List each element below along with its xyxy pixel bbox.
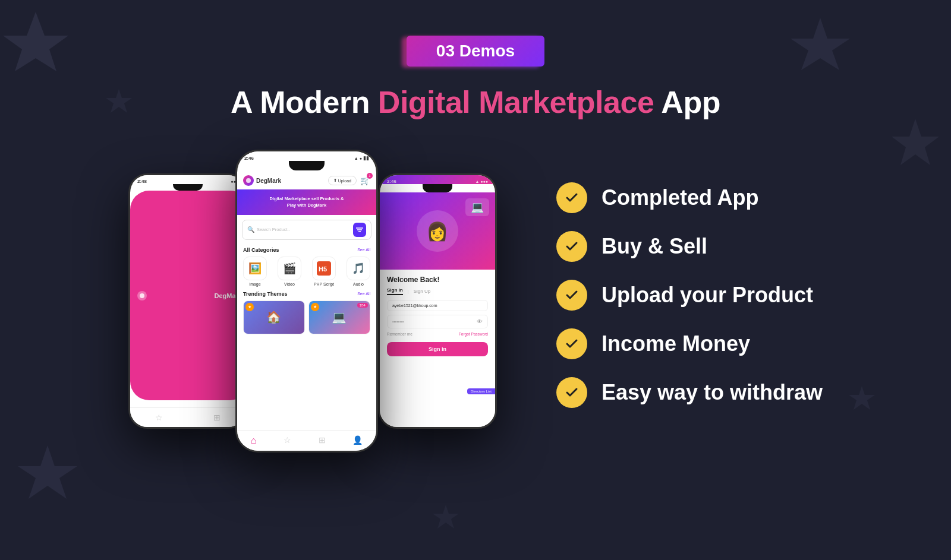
categories-title: All Categories bbox=[243, 247, 279, 253]
svg-text:H5: H5 bbox=[319, 265, 327, 273]
center-brand-name: DegMark bbox=[256, 178, 281, 184]
right-login-form: Welcome Back! Sign In | Sign Up ayebe152… bbox=[380, 270, 495, 427]
right-status-icons: ▲ ●●● bbox=[475, 179, 488, 183]
remember-me[interactable]: Remember me bbox=[387, 332, 412, 336]
product-card-1-star: ★ bbox=[245, 303, 254, 311]
right-illustration: 💻 👩 bbox=[380, 192, 495, 270]
product-card-1[interactable]: 🏠 ★ bbox=[243, 300, 305, 334]
cat-image[interactable]: 🖼️ Image bbox=[243, 257, 267, 286]
check-easy-withdraw bbox=[556, 377, 587, 408]
feature-completed-app-label: Completed App bbox=[602, 185, 759, 210]
center-nav-grid[interactable]: ⊞ bbox=[319, 435, 326, 446]
feature-buy-sell-label: Buy & Sell bbox=[602, 234, 707, 259]
left-notch bbox=[173, 184, 203, 191]
cat-video-label: Video bbox=[284, 282, 295, 286]
trending-see-all[interactable]: See All bbox=[357, 292, 370, 296]
right-status-time: 2:46 bbox=[387, 179, 396, 184]
cart-badge: 1 bbox=[367, 173, 373, 179]
center-status-icons: ▲●▮▮ bbox=[354, 155, 369, 161]
categories-see-all[interactable]: See All bbox=[357, 248, 370, 252]
search-bar[interactable]: 🔍 Search Product.. bbox=[242, 220, 371, 240]
right-laptop-box: 💻 bbox=[465, 198, 489, 216]
forgot-password[interactable]: Forgot Password bbox=[459, 332, 488, 336]
check-income-money bbox=[556, 328, 587, 359]
check-completed-app bbox=[556, 182, 587, 213]
right-person-icon: 👩 bbox=[426, 221, 448, 242]
cat-audio-label: Audio bbox=[353, 282, 364, 286]
feature-income-money-label: Income Money bbox=[602, 331, 750, 356]
cat-image-label: Image bbox=[249, 282, 260, 286]
search-placeholder-text: Search Product.. bbox=[257, 227, 351, 232]
cat-image-icon: 🖼️ bbox=[243, 257, 267, 280]
cart-icon-wrapper[interactable]: 🛒 1 bbox=[360, 175, 370, 186]
trending-header: Trending Themes See All bbox=[243, 291, 370, 297]
right-notch bbox=[423, 184, 452, 192]
product-card-2[interactable]: 💻 $54 ★ bbox=[308, 300, 370, 334]
upload-button[interactable]: ⬆Upload bbox=[328, 176, 357, 185]
sign-in-button[interactable]: Sign In bbox=[387, 342, 488, 356]
cat-video[interactable]: 🎬 Video bbox=[278, 257, 301, 286]
header: 03 Demos A Modern Digital Marketplace Ap… bbox=[0, 0, 951, 120]
check-buy-sell bbox=[556, 231, 587, 262]
trending-title: Trending Themes bbox=[243, 291, 288, 297]
center-nav-user[interactable]: 👤 bbox=[352, 435, 363, 446]
cat-audio[interactable]: 🎵 Audio bbox=[347, 257, 370, 286]
phone-right: 2:46 ▲ ●●● 💻 👩 Welcome Back! bbox=[378, 173, 497, 429]
right-laptop-icon: 💻 bbox=[471, 201, 484, 214]
password-field[interactable]: •••••••• 👁 bbox=[387, 315, 488, 328]
cat-php[interactable]: H5 PHP Script bbox=[312, 257, 336, 286]
cat-video-icon: 🎬 bbox=[278, 257, 301, 280]
trending-section: Trending Themes See All 🏠 ★ 💻 $54 ★ bbox=[237, 289, 376, 337]
center-status-time: 2:46 bbox=[244, 156, 254, 161]
center-nav-home[interactable]: ⌂ bbox=[251, 435, 257, 446]
cat-php-label: PHP Script bbox=[314, 282, 334, 286]
svg-point-7 bbox=[140, 293, 144, 298]
tab-signin[interactable]: Sign In bbox=[387, 287, 403, 295]
headline-accent: Digital Marketplace bbox=[378, 85, 654, 119]
center-brand: DegMark bbox=[243, 175, 281, 186]
phone-center: 2:46 ▲●▮▮ DegMark bbox=[235, 150, 378, 453]
svg-marker-6 bbox=[433, 505, 459, 529]
left-brand-icon bbox=[137, 291, 147, 300]
email-field[interactable]: ayebe1521@kkoup.com bbox=[387, 300, 488, 311]
center-nav-star[interactable]: ☆ bbox=[284, 435, 291, 446]
demos-badge: 03 Demos bbox=[407, 36, 544, 67]
center-banner: Digital Marketplace sell Products &Play … bbox=[237, 189, 376, 215]
left-nav-star[interactable]: ☆ bbox=[155, 413, 163, 422]
password-toggle-icon[interactable]: 👁 bbox=[477, 318, 483, 325]
phone-left: 2:48 ●●● DegMark All Category Wishlist C… bbox=[128, 173, 247, 429]
demos-badge-text: 03 Demos bbox=[436, 42, 515, 60]
password-dots: •••••••• bbox=[392, 319, 404, 324]
left-menu: All Category Wishlist Change Password Te… bbox=[130, 400, 245, 407]
main-content: 2:48 ●●● DegMark All Category Wishlist C… bbox=[0, 120, 951, 453]
feature-easy-withdraw: Easy way to withdraw bbox=[556, 377, 823, 408]
svg-marker-3 bbox=[18, 445, 77, 499]
svg-point-8 bbox=[246, 178, 251, 183]
welcome-title: Welcome Back! bbox=[387, 276, 488, 284]
center-bottom-nav: ⌂ ☆ ⊞ 👤 bbox=[237, 430, 376, 451]
product-card-2-star: ★ bbox=[311, 303, 319, 311]
feature-completed-app: Completed App bbox=[556, 182, 823, 213]
left-nav-grid[interactable]: ⊞ bbox=[213, 413, 221, 422]
right-person-circle: 👩 bbox=[417, 210, 458, 252]
cat-php-icon: H5 bbox=[312, 257, 336, 280]
features-list: Completed App Buy & Sell Upload your Pro… bbox=[533, 182, 823, 408]
left-status-time: 2:48 bbox=[137, 179, 147, 184]
center-top-actions: ⬆Upload 🛒 1 bbox=[328, 175, 370, 186]
headline: A Modern Digital Marketplace App bbox=[0, 84, 951, 120]
tab-signup[interactable]: Sign Up bbox=[414, 289, 430, 294]
center-brand-icon bbox=[243, 175, 254, 186]
form-options: Remember me Forgot Password bbox=[387, 332, 488, 336]
check-upload-product bbox=[556, 280, 587, 311]
headline-prefix: A Modern bbox=[231, 85, 378, 119]
tab-divider: | bbox=[408, 289, 409, 294]
search-icon: 🔍 bbox=[247, 226, 254, 233]
upload-btn-label: Upload bbox=[338, 179, 351, 183]
cat-audio-icon: 🎵 bbox=[347, 257, 370, 280]
feature-upload-product-label: Upload your Product bbox=[602, 283, 813, 308]
categories-header: All Categories See All bbox=[243, 247, 370, 253]
filter-icon[interactable] bbox=[353, 223, 366, 237]
feature-income-money: Income Money bbox=[556, 328, 823, 359]
center-top-bar: DegMark ⬆Upload 🛒 1 bbox=[237, 173, 376, 189]
product-cards: 🏠 ★ 💻 $54 ★ bbox=[243, 300, 370, 334]
